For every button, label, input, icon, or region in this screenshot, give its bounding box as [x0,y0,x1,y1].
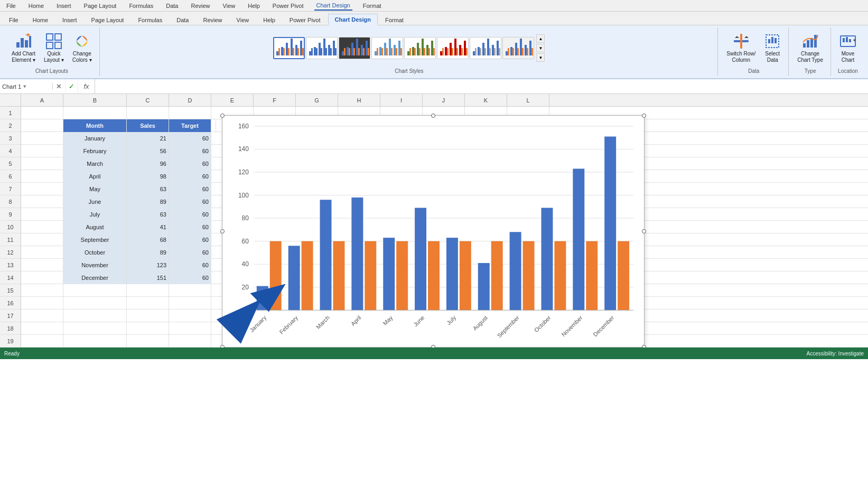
row-num-14[interactable]: 14 [0,271,21,284]
cell-sales-4[interactable]: 56 [127,145,169,157]
cell-month-9[interactable]: July [63,208,127,221]
cell-month-10[interactable]: August [63,221,127,233]
cell-month-3[interactable]: January [63,132,127,145]
cell-target-10[interactable]: 60 [169,221,211,233]
switch-row-column-button[interactable]: Switch Row/Column [723,31,759,65]
ribbon-tab-help[interactable]: Help [256,14,282,25]
handle-mr[interactable] [642,229,646,233]
cell-r2-c4[interactable] [211,119,216,132]
row-num-7[interactable]: 7 [0,183,21,195]
chart-style-5[interactable] [404,37,436,59]
cell-month-7[interactable]: May [63,183,127,195]
menu-item-help[interactable]: Help [246,2,262,10]
move-chart-button[interactable]: MoveChart [836,31,860,65]
chart-style-3[interactable] [339,37,370,59]
row-num-11[interactable]: 11 [0,233,21,246]
cell-month-13[interactable]: November [63,259,127,271]
col-header-g[interactable]: G [296,94,338,106]
cell-sales-13[interactable]: 123 [127,259,169,271]
ribbon-tab-power-pivot[interactable]: Power Pivot [283,14,328,25]
handle-ml[interactable] [220,229,225,233]
ribbon-tab-insert[interactable]: Insert [55,14,84,25]
row-num-9[interactable]: 9 [0,208,21,221]
cell-a5[interactable] [21,157,63,170]
handle-tl[interactable] [220,114,225,118]
col-header-i[interactable]: I [380,94,423,106]
col-header-b[interactable]: B [63,94,127,106]
cell-r1-c1[interactable] [63,107,127,119]
cell-month-4[interactable]: February [63,145,127,157]
cell-r16-c3[interactable] [169,297,211,309]
menu-item-review[interactable]: Review [189,2,212,10]
cell-sales-14[interactable]: 151 [127,271,169,284]
cell-header-sales[interactable]: Sales [127,119,169,132]
cell-month-5[interactable]: March [63,157,127,170]
row-num-12[interactable]: 12 [0,246,21,259]
cell-sales-3[interactable]: 21 [127,132,169,145]
cell-r18-c2[interactable] [127,322,169,335]
cell-target-3[interactable]: 60 [169,132,211,145]
cell-r19-c2[interactable] [127,335,169,348]
cell-sales-7[interactable]: 63 [127,183,169,195]
change-colors-button[interactable]: ChangeColors ▾ [69,31,95,65]
handle-tr[interactable] [642,114,646,118]
cell-target-8[interactable]: 60 [169,195,211,208]
cell-r19-c1[interactable] [63,335,127,348]
menu-item-power-pivot[interactable]: Power Pivot [270,2,306,10]
menu-item-formulas[interactable]: Formulas [127,2,155,10]
cell-a9[interactable] [21,208,63,221]
row-num-4[interactable]: 4 [0,145,21,157]
col-header-d[interactable]: D [169,94,211,106]
cell-r16-c2[interactable] [127,297,169,309]
menu-item-view[interactable]: View [221,2,238,10]
cell-sales-8[interactable]: 89 [127,195,169,208]
cell-r19-c0[interactable] [21,335,63,348]
cell-r15-c3[interactable] [169,284,211,297]
cell-a14[interactable] [21,271,63,284]
cell-target-9[interactable]: 60 [169,208,211,221]
name-box[interactable]: Chart 1 ▾ [0,83,53,90]
cell-target-11[interactable]: 60 [169,233,211,246]
chart-style-8[interactable] [502,37,534,59]
cell-header-target[interactable]: Target [169,119,211,132]
ribbon-tab-data[interactable]: Data [170,14,195,25]
row-num-17[interactable]: 17 [0,309,21,322]
chart-style-7[interactable] [470,37,501,59]
ribbon-tab-formulas[interactable]: Formulas [131,14,169,25]
scroll-down-button[interactable]: ▼ [536,44,545,52]
cell-target-6[interactable]: 60 [169,170,211,183]
cell-r15-c1[interactable] [63,284,127,297]
cell-month-14[interactable]: December [63,271,127,284]
menu-item-file[interactable]: File [4,2,18,10]
row-num-6[interactable]: 6 [0,170,21,183]
ribbon-tab-view[interactable]: View [230,14,256,25]
col-header-f[interactable]: F [254,94,296,106]
cell-r15-c2[interactable] [127,284,169,297]
scroll-up-button[interactable]: ▲ [536,34,545,43]
quick-layout-button[interactable]: QuickLayout ▾ [41,31,67,65]
cell-a3[interactable] [21,132,63,145]
scroll-more-button[interactable]: ▼ [536,53,545,62]
cell-target-4[interactable]: 60 [169,145,211,157]
cell-r18-c0[interactable] [21,322,63,335]
handle-tm[interactable] [431,114,435,118]
chart-style-4[interactable] [371,37,403,59]
menu-item-format[interactable]: Format [361,2,384,10]
cell-a11[interactable] [21,233,63,246]
row-num-5[interactable]: 5 [0,157,21,170]
cell-a7[interactable] [21,183,63,195]
cell-target-13[interactable]: 60 [169,259,211,271]
cell-a6[interactable] [21,170,63,183]
cell-target-7[interactable]: 60 [169,183,211,195]
add-chart-element-button[interactable]: Add ChartElement ▾ [8,31,39,65]
handle-bm[interactable] [431,345,435,348]
cell-r16-c1[interactable] [63,297,127,309]
row-num-10[interactable]: 10 [0,221,21,233]
col-header-h[interactable]: H [338,94,380,106]
cell-r17-c1[interactable] [63,309,127,322]
cell-sales-9[interactable]: 63 [127,208,169,221]
cell-r17-c3[interactable] [169,309,211,322]
cell-target-5[interactable]: 60 [169,157,211,170]
col-header-k[interactable]: K [465,94,507,106]
formula-confirm-button[interactable]: ✓ [66,79,78,93]
